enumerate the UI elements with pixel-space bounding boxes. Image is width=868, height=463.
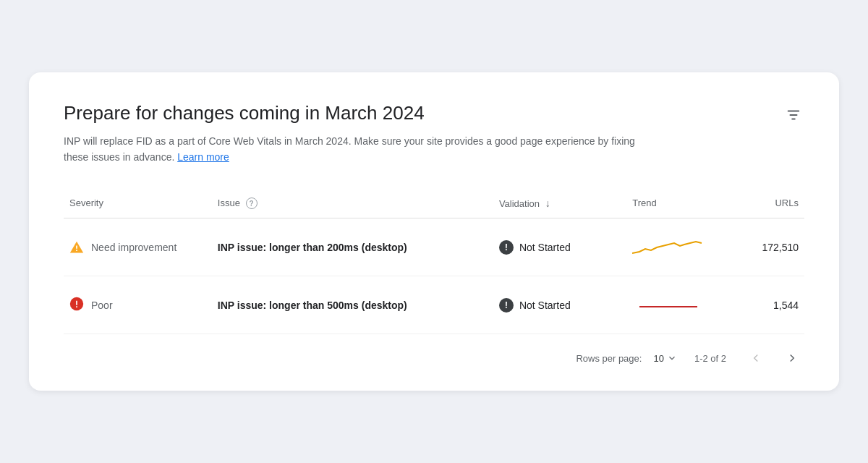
col-urls: URLs [731,189,804,218]
validation-label-2: Not Started [519,300,571,311]
col-validation[interactable]: Validation ↓ [493,189,626,218]
issue-cell-1: INP issue: longer than 200ms (desktop) [212,218,493,276]
not-started-icon-2: ! [499,298,514,313]
severity-cell-2: Poor [64,276,212,334]
issue-help-icon[interactable]: ? [246,197,258,209]
chevron-right-icon [786,352,799,365]
col-trend: Trend [626,189,730,218]
trend-chart-2 [632,291,705,317]
card-description: INP will replace FID as a part of Core W… [64,133,657,166]
urls-cell-2: 1,544 [731,276,804,334]
validation-sort-arrow: ↓ [545,197,550,209]
rows-per-page-select[interactable]: 10 [653,353,676,364]
validation-label-1: Not Started [519,242,571,253]
card-title: Prepare for changes coming in March 2024 [64,101,657,126]
issues-table: Severity Issue ? Validation ↓ Trend URLs [64,189,804,335]
chevron-down-icon [667,353,677,363]
card-header: Prepare for changes coming in March 2024… [64,101,804,166]
warning-icon [69,240,84,255]
severity-cell-1: Need improvement [64,218,212,276]
main-card: Prepare for changes coming in March 2024… [29,72,839,391]
table-row: Need improvement INP issue: longer than … [64,218,804,276]
pagination-info: 1-2 of 2 [694,353,726,364]
learn-more-link[interactable]: Learn more [177,151,229,163]
table-row: Poor INP issue: longer than 500ms (deskt… [64,276,804,334]
card-title-block: Prepare for changes coming in March 2024… [64,101,657,166]
rows-per-page-value: 10 [653,353,663,364]
trend-cell-1 [626,218,730,276]
severity-label-1: Need improvement [91,242,176,253]
urls-cell-1: 172,510 [731,218,804,276]
validation-cell-1: ! Not Started [493,218,626,276]
rows-per-page-label: Rows per page: [576,353,642,364]
col-severity: Severity [64,189,212,218]
severity-label-2: Poor [91,300,113,311]
col-issue: Issue ? [212,189,493,218]
trend-chart-1 [632,233,705,259]
trend-cell-2 [626,276,730,334]
issue-cell-2: INP issue: longer than 500ms (desktop) [212,276,493,334]
validation-cell-2: ! Not Started [493,276,626,334]
filter-icon[interactable] [783,104,804,129]
chevron-left-icon [749,352,762,365]
pagination-next-button[interactable] [780,349,804,368]
pagination-prev-button[interactable] [744,349,768,368]
pagination-row: Rows per page: 10 1-2 of 2 [64,334,804,368]
not-started-icon-1: ! [499,240,514,255]
error-icon [69,297,84,313]
table-header-row: Severity Issue ? Validation ↓ Trend URLs [64,189,804,218]
description-text: INP will replace FID as a part of Core W… [64,135,635,163]
